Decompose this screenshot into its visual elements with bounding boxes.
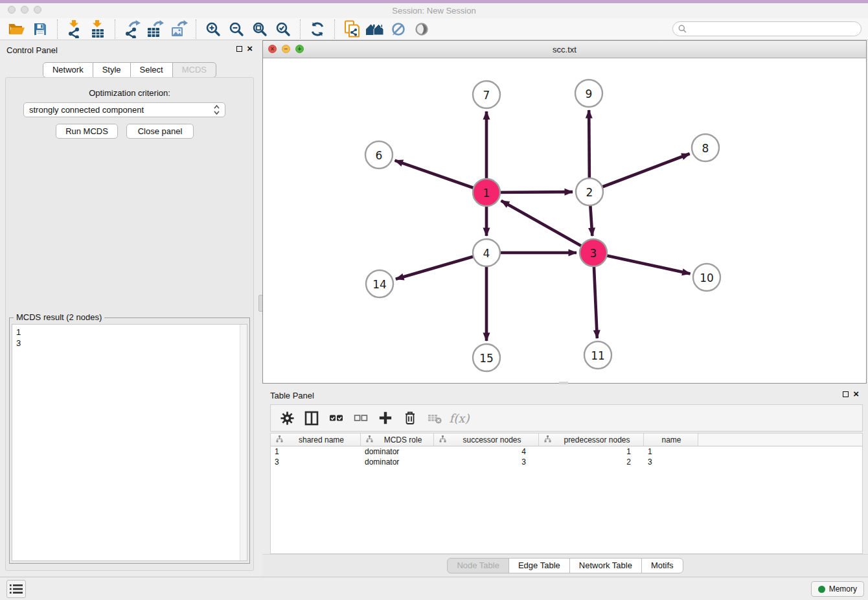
close-panel-button[interactable]: Close panel bbox=[126, 124, 194, 139]
save-session-icon[interactable] bbox=[29, 19, 52, 40]
table-cell[interactable]: 3 bbox=[434, 457, 539, 467]
node-table[interactable]: shared nameMCDS rolesuccessor nodesprede… bbox=[270, 433, 863, 554]
table-header-row[interactable]: shared nameMCDS rolesuccessor nodesprede… bbox=[271, 433, 862, 446]
graph-node-9[interactable]: 9 bbox=[575, 80, 602, 107]
graph-edge-2-8[interactable] bbox=[589, 154, 690, 192]
graph-node-11[interactable]: 11 bbox=[584, 341, 611, 369]
minimize-window-button[interactable] bbox=[21, 6, 29, 14]
tab-style[interactable]: Style bbox=[93, 62, 131, 78]
select-all-columns-icon[interactable] bbox=[325, 407, 347, 429]
graph-node-2[interactable]: 2 bbox=[576, 178, 603, 205]
svg-text:3: 3 bbox=[590, 247, 597, 260]
table-cell[interactable]: 1 bbox=[644, 447, 698, 456]
column-tree-icon bbox=[439, 435, 446, 444]
column-header-successor-nodes[interactable]: successor nodes bbox=[434, 433, 539, 446]
network-close-icon[interactable]: × bbox=[268, 45, 277, 53]
graph-node-4[interactable]: 4 bbox=[473, 239, 500, 266]
graph-node-15[interactable]: 15 bbox=[473, 344, 500, 371]
graph-node-3[interactable]: 3 bbox=[580, 239, 607, 266]
float-table-panel-icon[interactable] bbox=[843, 391, 849, 397]
zoom-out-icon[interactable] bbox=[225, 19, 248, 40]
search-input[interactable] bbox=[690, 25, 856, 34]
network-minimize-icon[interactable]: − bbox=[282, 45, 290, 53]
graph-node-6[interactable]: 6 bbox=[365, 141, 393, 168]
task-history-button[interactable] bbox=[6, 580, 26, 598]
network-graph[interactable]: 7968124314101511 bbox=[263, 58, 866, 383]
zoom-fit-icon[interactable] bbox=[248, 19, 271, 40]
column-header-predecessor-nodes[interactable]: predecessor nodes bbox=[539, 433, 644, 446]
tab-mcds[interactable]: MCDS bbox=[172, 62, 216, 78]
table-cell[interactable]: dominator bbox=[361, 457, 434, 467]
hide-graphics-details-icon[interactable] bbox=[387, 19, 410, 40]
graph-node-7[interactable]: 7 bbox=[473, 81, 500, 108]
tab-node-table[interactable]: Node Table bbox=[447, 558, 509, 573]
network-maximize-icon[interactable]: + bbox=[295, 45, 304, 53]
houses-icon[interactable] bbox=[363, 19, 387, 40]
deselect-all-columns-icon[interactable] bbox=[350, 407, 372, 429]
svg-text:11: 11 bbox=[591, 349, 605, 362]
create-column-plus-icon[interactable] bbox=[374, 407, 396, 429]
table-cell[interactable]: 1 bbox=[271, 447, 361, 456]
new-network-from-selection-icon[interactable] bbox=[340, 19, 363, 40]
svg-text:1: 1 bbox=[483, 187, 490, 200]
svg-text:6: 6 bbox=[376, 149, 383, 162]
table-cell[interactable]: 1 bbox=[539, 447, 644, 456]
tab-motifs[interactable]: Motifs bbox=[641, 558, 683, 573]
delete-column-trash-icon[interactable] bbox=[399, 407, 421, 429]
column-header-shared-name[interactable]: shared name bbox=[271, 433, 361, 446]
tab-edge-table[interactable]: Edge Table bbox=[508, 558, 570, 573]
tab-select[interactable]: Select bbox=[130, 62, 173, 78]
mcds-result-title: MCDS result (2 nodes) bbox=[14, 312, 104, 322]
network-canvas[interactable]: 7968124314101511 bbox=[263, 58, 866, 383]
graph-edge-1-6[interactable] bbox=[395, 161, 486, 192]
zoom-selected-icon[interactable] bbox=[271, 19, 295, 40]
main-toolbar bbox=[0, 18, 868, 40]
import-table-icon[interactable] bbox=[86, 19, 109, 40]
graph-edge-3-1[interactable] bbox=[501, 201, 593, 253]
export-image-icon[interactable] bbox=[167, 19, 190, 40]
graph-node-10[interactable]: 10 bbox=[693, 264, 720, 291]
tab-network-table[interactable]: Network Table bbox=[569, 558, 642, 573]
column-header-name[interactable]: name bbox=[644, 433, 698, 446]
show-graphics-details-icon[interactable] bbox=[410, 19, 433, 40]
table-cell[interactable]: 3 bbox=[271, 457, 361, 467]
result-scrollbar[interactable] bbox=[240, 325, 247, 560]
export-table-icon[interactable] bbox=[144, 19, 167, 40]
zoom-in-icon[interactable] bbox=[201, 19, 225, 40]
close-window-button[interactable] bbox=[8, 6, 16, 14]
export-network-icon[interactable] bbox=[120, 19, 144, 40]
search-field[interactable] bbox=[672, 21, 862, 36]
table-body[interactable]: 1dominator4113dominator323 bbox=[271, 446, 862, 467]
maximize-window-button[interactable] bbox=[34, 6, 41, 14]
toolbar-separator bbox=[334, 19, 335, 39]
table-row[interactable]: 1dominator411 bbox=[271, 446, 862, 457]
float-panel-icon[interactable] bbox=[236, 46, 242, 52]
tab-network[interactable]: Network bbox=[43, 62, 93, 78]
import-network-icon[interactable] bbox=[63, 19, 86, 40]
memory-button[interactable]: Memory bbox=[811, 581, 864, 597]
graph-node-14[interactable]: 14 bbox=[366, 270, 393, 297]
table-cell[interactable]: 4 bbox=[434, 447, 539, 456]
open-session-icon[interactable] bbox=[5, 19, 29, 40]
table-settings-gear-icon[interactable] bbox=[276, 407, 298, 429]
graph-node-8[interactable]: 8 bbox=[692, 134, 719, 161]
mcds-result-textarea[interactable]: 1 3 bbox=[12, 324, 247, 561]
graph-edge-3-10[interactable] bbox=[593, 253, 691, 273]
network-window-titlebar[interactable]: × − + scc.txt bbox=[263, 41, 866, 58]
column-tree-icon bbox=[366, 435, 373, 444]
close-table-panel-icon[interactable]: × bbox=[853, 390, 859, 398]
close-panel-icon[interactable]: × bbox=[247, 45, 253, 52]
table-cell[interactable]: dominator bbox=[361, 447, 434, 456]
criterion-dropdown[interactable]: strongly connected component bbox=[23, 102, 225, 117]
show-columns-icon[interactable] bbox=[301, 407, 323, 429]
run-mcds-button[interactable]: Run MCDS bbox=[56, 124, 118, 139]
canvas-resize-handle[interactable] bbox=[559, 382, 568, 384]
column-header-MCDS-role[interactable]: MCDS role bbox=[361, 433, 434, 446]
table-cell[interactable]: 2 bbox=[539, 457, 644, 467]
apply-layout-icon[interactable] bbox=[306, 19, 329, 40]
mcds-result-values: 1 3 bbox=[12, 325, 247, 351]
table-cell[interactable]: 3 bbox=[644, 457, 698, 467]
control-panel: Control Panel × Network Style Select MCD… bbox=[0, 40, 259, 577]
graph-node-1[interactable]: 1 bbox=[473, 179, 500, 206]
table-row[interactable]: 3dominator323 bbox=[271, 457, 862, 467]
